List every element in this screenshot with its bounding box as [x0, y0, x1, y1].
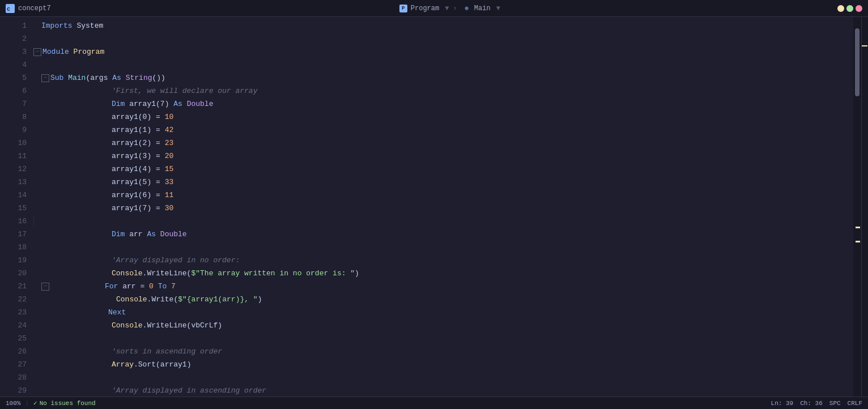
code-line-26: 'sorts in ascending order	[31, 345, 853, 358]
code-line-13: array1(5) = 33	[31, 176, 853, 189]
line-num-25: 25	[9, 332, 27, 345]
code-area[interactable]: Imports System − Module Program − Sub Ma…	[31, 17, 853, 397]
line-num-4: 4	[9, 58, 27, 71]
code-line-19: 'Array displayed in no order:	[31, 254, 853, 267]
close-button[interactable]	[856, 5, 862, 12]
line-num-21: 21	[9, 280, 27, 293]
status-ok: ✓ No issues found	[33, 399, 96, 407]
code-line-29: 'Array displayed in ascending order	[31, 384, 853, 397]
title-bar: c concept7 P Program ▼ › ⊕ Main ▼	[0, 0, 868, 17]
code-line-20: Console.WriteLine($"The array written in…	[31, 267, 853, 280]
code-line-22: Console.Write($"{array1(arr)}, ")	[31, 293, 853, 306]
code-line-11: array1(3) = 20	[31, 150, 853, 163]
collapse-21[interactable]: −	[41, 283, 49, 291]
line-num-6: 6	[9, 84, 27, 97]
line-num-17: 17	[9, 228, 27, 241]
code-line-9: array1(1) = 42	[31, 123, 853, 137]
tab-bar: P Program ▼ › ⊕ Main ▼	[62, 5, 837, 12]
code-line-17: Dim arr As Double	[31, 228, 853, 241]
code-line-28	[31, 371, 853, 384]
code-line-23: Next	[31, 306, 853, 319]
code-line-10: array1(2) = 23	[31, 137, 853, 150]
code-line-14: array1(6) = 11	[31, 189, 853, 202]
line-num-8: 8	[9, 110, 27, 123]
code-line-2	[31, 32, 853, 45]
line-num-29: 29	[9, 384, 27, 397]
minimize-button[interactable]	[837, 5, 844, 12]
tab-item-main[interactable]: ⊕ Main	[463, 5, 491, 12]
window-controls	[837, 5, 862, 12]
line-num-18: 18	[9, 241, 27, 254]
status-left: 100% | ✓ No issues found	[6, 399, 764, 407]
cursor-position: Ln: 39	[771, 400, 794, 407]
line-num-1: 1	[9, 19, 27, 32]
collapse-3[interactable]: −	[33, 48, 41, 56]
code-line-6: 'First, we will declare our array	[31, 84, 853, 97]
program-tab-icon: P	[399, 5, 407, 12]
editor: 1 2 3 4 5 6 7 8 9 10 11 12 13 14 15 16 1…	[0, 17, 868, 397]
code-line-16	[31, 215, 853, 228]
main-tab-label: Main	[474, 5, 491, 12]
zoom-level[interactable]: 100%	[6, 400, 20, 407]
scroll-marker-1	[856, 227, 860, 228]
line-num-24: 24	[9, 319, 27, 332]
status-right: Ln: 39 Ch: 36 SPC CRLF	[771, 400, 862, 407]
code-line-24: Console.WriteLine(vbCrLf)	[31, 319, 853, 332]
line-num-11: 11	[9, 150, 27, 163]
maximize-button[interactable]	[846, 5, 853, 12]
line-num-22: 22	[9, 293, 27, 306]
status-bar: 100% | ✓ No issues found Ln: 39 Ch: 36 S…	[0, 397, 868, 409]
line-num-7: 7	[9, 97, 27, 110]
tab-item-program[interactable]: P Program	[399, 5, 439, 12]
code-line-1: Imports System	[31, 19, 853, 32]
line-num-20: 20	[9, 267, 27, 280]
line-num-5: 5	[9, 71, 27, 84]
scrollbar-thumb[interactable]	[855, 28, 860, 96]
minimap	[861, 17, 868, 397]
app-title: concept7	[18, 5, 51, 12]
line-num-3: 3	[9, 45, 27, 58]
line-num-15: 15	[9, 202, 27, 215]
code-line-12: array1(4) = 15	[31, 163, 853, 176]
line-num-28: 28	[9, 371, 27, 384]
line-num-10: 10	[9, 137, 27, 150]
code-line-8: array1(0) = 10	[31, 110, 853, 123]
scrollbar[interactable]	[853, 17, 861, 397]
encoding: SPC	[829, 400, 841, 407]
line-num-2: 2	[9, 32, 27, 45]
line-num-12: 12	[9, 163, 27, 176]
line-num-13: 13	[9, 176, 27, 189]
code-line-21: − For arr = 0 To 7	[31, 280, 853, 293]
line-ending: CRLF	[848, 400, 862, 407]
line-num-19: 19	[9, 254, 27, 267]
status-text: No issues found	[40, 400, 96, 407]
svg-text:c: c	[7, 6, 10, 12]
app-icon: c	[6, 4, 15, 13]
line-num-9: 9	[9, 123, 27, 137]
main-tab-icon: ⊕	[463, 5, 471, 12]
program-tab-label: Program	[411, 5, 439, 12]
line-num-23: 23	[9, 306, 27, 319]
scroll-marker-2	[856, 241, 860, 242]
check-icon: ✓	[33, 399, 37, 407]
code-line-25	[31, 332, 853, 345]
line-num-27: 27	[9, 358, 27, 371]
code-line-18	[31, 241, 853, 254]
tab-separator: ▼ ›	[445, 5, 457, 12]
code-line-27: Array.Sort(array1)	[31, 358, 853, 371]
line-num-16: 16	[9, 215, 27, 228]
collapse-5[interactable]: −	[41, 74, 49, 82]
code-line-7: Dim array1(7) As Double	[31, 97, 853, 110]
line-numbers: 1 2 3 4 5 6 7 8 9 10 11 12 13 14 15 16 1…	[0, 17, 31, 397]
status-separator: |	[25, 400, 29, 407]
column-position: Ch: 36	[800, 400, 823, 407]
minimap-marker-1	[862, 45, 867, 46]
tab-separator-2: ▼	[496, 5, 500, 12]
code-line-4	[31, 58, 853, 71]
line-num-14: 14	[9, 189, 27, 202]
code-line-5: − Sub Main(args As String())	[31, 71, 853, 84]
code-line-15: array1(7) = 30	[31, 202, 853, 215]
code-line-3: − Module Program	[31, 45, 853, 58]
line-num-26: 26	[9, 345, 27, 358]
